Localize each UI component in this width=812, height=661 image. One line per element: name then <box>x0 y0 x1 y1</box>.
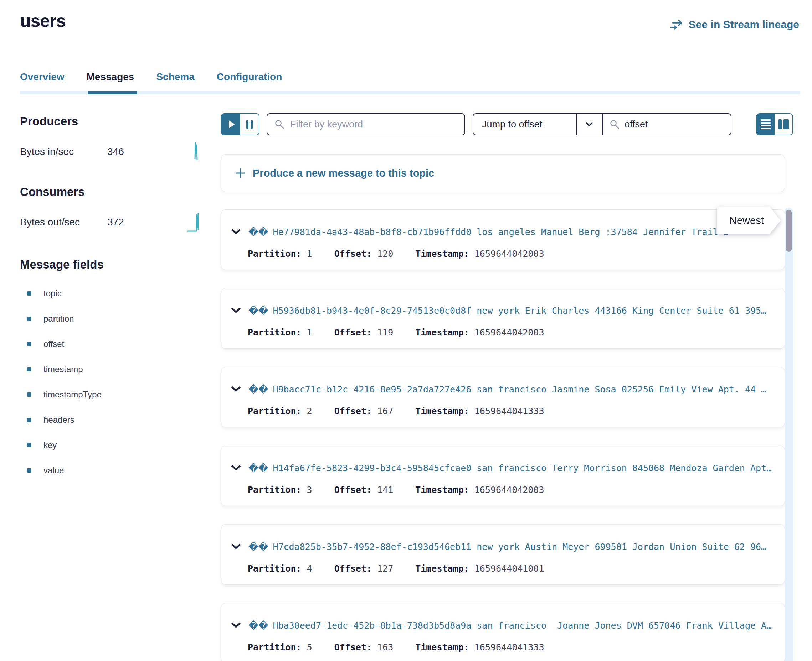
field-item-offset[interactable]: offset <box>20 331 202 356</box>
expand-chevron-icon[interactable] <box>231 544 240 549</box>
field-label: offset <box>43 339 64 349</box>
column-view-icon <box>778 119 782 129</box>
message-row[interactable]: �� Hba30eed7-1edc-452b-8b1a-738d3b5d8a9a… <box>221 603 785 661</box>
message-row[interactable]: �� H9bacc71c-b12c-4216-8e95-2a7da727e426… <box>221 367 785 427</box>
expand-chevron-icon[interactable] <box>231 623 240 628</box>
timestamp-value: 1659644041001 <box>474 564 544 574</box>
field-label: timestampType <box>43 390 102 399</box>
offset-label: Offset: <box>334 249 372 259</box>
active-tab-indicator <box>88 91 137 94</box>
search-icon <box>274 119 285 129</box>
expand-chevron-icon[interactable] <box>231 465 240 471</box>
field-bullet-icon <box>27 342 31 346</box>
timestamp-label: Timestamp: <box>415 249 469 259</box>
expand-chevron-icon[interactable] <box>231 308 240 313</box>
play-button[interactable] <box>222 114 240 135</box>
lineage-link-label: See in Stream lineage <box>689 19 799 30</box>
message-key-value-text: H14fa67fe-5823-4299-b3c4-595845cfcae0 sa… <box>273 463 779 473</box>
message-row[interactable]: �� H5936db81-b943-4e0f-8c29-74513e0c0d8f… <box>221 288 785 349</box>
field-bullet-icon <box>27 418 31 422</box>
message-row[interactable]: �� H14fa67fe-5823-4299-b3c4-595845cfcae0… <box>221 445 785 506</box>
page-title: users <box>20 11 66 31</box>
list-view-icon <box>761 125 770 126</box>
column-view-button[interactable] <box>775 114 793 135</box>
offset-label: Offset: <box>334 564 372 574</box>
expand-chevron-icon[interactable] <box>231 386 240 392</box>
keyword-filter-input[interactable] <box>290 118 464 130</box>
produce-message-button[interactable]: Produce a new message to this topic <box>221 154 785 192</box>
topic-messages-page: users See in Stream lineage Overview Mes… <box>0 0 812 661</box>
jump-mode-value: Jump to offset <box>473 119 576 130</box>
offset-search-input[interactable] <box>624 118 751 130</box>
newest-tooltip-label: Newest <box>717 207 781 234</box>
timestamp-label: Timestamp: <box>415 327 469 338</box>
field-item-partition[interactable]: partition <box>20 306 202 331</box>
play-icon <box>229 120 235 128</box>
field-bullet-icon <box>27 393 31 397</box>
bytes-out-value: 372 <box>107 217 124 228</box>
partition-value: 1 <box>307 327 312 338</box>
field-item-topic[interactable]: topic <box>20 281 202 306</box>
view-mode-toggle[interactable] <box>756 113 793 135</box>
tab-overview[interactable]: Overview <box>20 71 64 91</box>
field-item-timestampType[interactable]: timestampType <box>20 382 202 407</box>
timestamp-value: 1659644042003 <box>474 327 544 338</box>
timestamp-value: 1659644042003 <box>474 485 544 495</box>
expand-chevron-icon[interactable] <box>231 229 240 235</box>
unknown-char-key-icon: �� <box>248 620 268 631</box>
keyword-filter-field[interactable] <box>267 113 465 135</box>
message-meta: Partition: 5 Offset: 163 Timestamp: 1659… <box>248 639 544 655</box>
list-scrollbar-track[interactable] <box>785 208 793 661</box>
message-key-value-text: H5936db81-b943-4e0f-8c29-74513e0c0d8f ne… <box>273 306 779 316</box>
pause-button[interactable] <box>240 114 259 135</box>
pause-icon <box>251 120 253 129</box>
messages-panel: Jump to offset <box>221 113 793 661</box>
offset-search-field[interactable] <box>602 113 732 135</box>
field-bullet-icon <box>27 367 31 372</box>
message-row[interactable]: �� H7cda825b-35b7-4952-88ef-c193d546eb11… <box>221 524 785 585</box>
message-row[interactable]: �� He77981da-4a43-48ab-b8f8-cb71b96ffdd0… <box>221 209 785 270</box>
offset-label: Offset: <box>334 327 372 338</box>
tab-schema[interactable]: Schema <box>156 71 194 91</box>
bytes-in-value: 346 <box>107 146 124 157</box>
list-view-icon <box>761 122 770 124</box>
offset-value: 167 <box>377 406 393 416</box>
tab-messages[interactable]: Messages <box>86 71 135 91</box>
field-item-key[interactable]: key <box>20 433 202 458</box>
stream-lineage-link[interactable]: See in Stream lineage <box>670 19 799 30</box>
unknown-char-key-icon: �� <box>248 227 268 238</box>
offset-value: 141 <box>377 485 393 495</box>
field-label: key <box>43 440 57 450</box>
message-meta: Partition: 4 Offset: 127 Timestamp: 1659… <box>248 560 544 576</box>
offset-value: 163 <box>377 642 393 653</box>
messages-toolbar: Jump to offset <box>221 113 793 136</box>
unknown-char-key-icon: �� <box>248 384 268 395</box>
timestamp-label: Timestamp: <box>415 485 469 495</box>
field-item-headers[interactable]: headers <box>20 407 202 433</box>
jump-mode-select[interactable]: Jump to offset <box>472 113 602 135</box>
timestamp-value: 1659644041333 <box>474 642 544 653</box>
field-item-timestamp[interactable]: timestamp <box>20 356 202 382</box>
message-fields-list: topic partition offset timestamp timesta… <box>20 281 202 483</box>
plus-icon <box>235 168 246 179</box>
message-fields-heading: Message fields <box>20 258 202 271</box>
list-view-icon <box>761 128 770 129</box>
timestamp-label: Timestamp: <box>415 564 469 574</box>
timestamp-label: Timestamp: <box>415 642 469 653</box>
producers-heading: Producers <box>20 115 202 128</box>
partition-label: Partition: <box>248 564 301 574</box>
partition-value: 2 <box>307 406 312 416</box>
newest-tooltip: Newest <box>717 207 781 234</box>
list-view-button[interactable] <box>757 114 775 135</box>
chevron-down-icon[interactable] <box>576 114 602 135</box>
field-bullet-icon <box>27 291 31 295</box>
bytes-out-label: Bytes out/sec <box>20 217 107 228</box>
partition-value: 5 <box>307 642 312 653</box>
unknown-char-key-icon: �� <box>248 305 268 316</box>
list-scrollbar-thumb[interactable] <box>786 210 792 252</box>
bytes-out-sparkline <box>187 212 202 233</box>
live-play-pause-toggle[interactable] <box>221 113 259 135</box>
partition-label: Partition: <box>248 249 301 259</box>
tab-configuration[interactable]: Configuration <box>217 71 282 91</box>
field-item-value[interactable]: value <box>20 458 202 483</box>
